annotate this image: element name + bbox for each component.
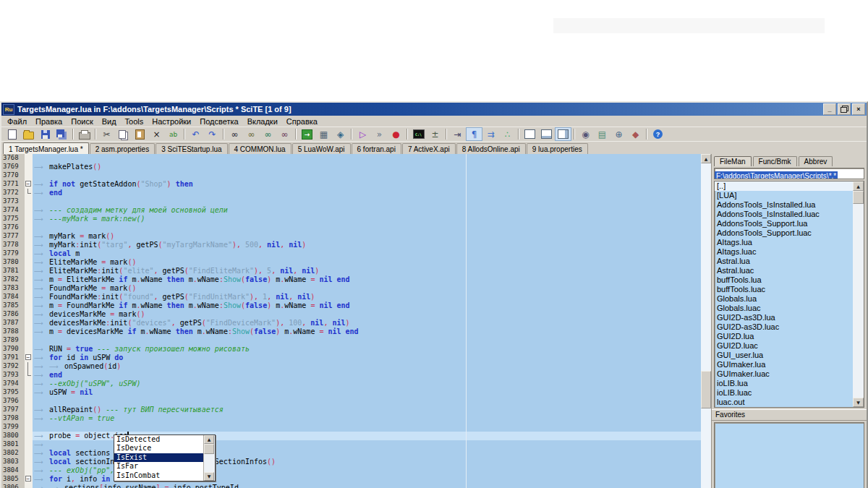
step-button[interactable]: » bbox=[371, 127, 388, 141]
pane-split-button[interactable] bbox=[555, 127, 571, 141]
line-number[interactable]: 3773 bbox=[1, 197, 25, 206]
code-line[interactable]: 3768 bbox=[1, 154, 701, 163]
code-line[interactable]: 3782⟶m = EliteMarkMe if m.wName then m.w… bbox=[1, 275, 701, 284]
code-line[interactable]: 3805⟶for i, info in bbox=[1, 475, 701, 484]
file-item[interactable]: GUI2D.luac bbox=[715, 341, 853, 351]
code-line[interactable]: 3769⟶makePlates() bbox=[1, 163, 701, 171]
line-number[interactable]: 3790 bbox=[1, 345, 25, 354]
autocomplete-item[interactable]: IsDevice bbox=[114, 444, 203, 453]
code-line[interactable]: 3777⟶myMark = mark() bbox=[1, 232, 701, 241]
code-line[interactable]: 3770 bbox=[1, 171, 701, 180]
line-number[interactable]: 3774 bbox=[1, 206, 25, 215]
file-item[interactable]: ioLIB.lua bbox=[715, 379, 853, 388]
panel-tab-abbrev[interactable]: Abbrev bbox=[799, 156, 833, 166]
code-line[interactable]: 3771⟶if not getStateAddon("Shop") then bbox=[1, 180, 701, 189]
code-line[interactable]: 3794⟶--exObj("uSPW", uSPW) bbox=[1, 380, 701, 388]
line-number[interactable]: 3799 bbox=[1, 423, 25, 432]
line-number[interactable]: 3789 bbox=[1, 336, 25, 345]
close-button[interactable]: × bbox=[852, 103, 865, 115]
show-eol-button[interactable]: ¶ bbox=[466, 127, 482, 141]
file-item[interactable]: GUImaker.lua bbox=[715, 360, 853, 369]
code-line[interactable]: 3778⟶myMark:init("targ", getPS("myTargMa… bbox=[1, 241, 701, 249]
code-line[interactable]: 3779⟶local m bbox=[1, 249, 701, 258]
line-number[interactable]: 3798 bbox=[1, 414, 25, 423]
scroll-up-button[interactable]: ▲ bbox=[701, 154, 711, 163]
menu-tools[interactable]: Tools bbox=[121, 117, 148, 126]
code-line[interactable]: 3793⟶end bbox=[1, 371, 701, 380]
line-number[interactable]: 3770 bbox=[1, 171, 25, 180]
line-number[interactable]: 3805 bbox=[1, 475, 25, 484]
code-line[interactable]: 3792⟶⟶onSpawned(id) bbox=[1, 362, 701, 371]
show-whitespace-button[interactable]: ∴ bbox=[499, 127, 516, 141]
file-item[interactable]: GUI2D-as3D.lua bbox=[715, 313, 853, 322]
menu-подсветка[interactable]: Подсветка bbox=[195, 117, 242, 126]
build-button[interactable]: ◈ bbox=[332, 127, 349, 141]
filelist-scrollbar[interactable]: ▲ ▼ bbox=[853, 181, 864, 407]
line-number[interactable]: 3802 bbox=[1, 449, 25, 458]
line-number[interactable]: 3771 bbox=[1, 180, 25, 189]
line-number[interactable]: 3777 bbox=[1, 232, 25, 241]
line-number[interactable]: 3776 bbox=[1, 223, 25, 232]
code-line[interactable]: 3783⟶FoundMarkMe = mark() bbox=[1, 284, 701, 293]
file-item[interactable]: luac.out bbox=[715, 398, 853, 407]
file-item[interactable]: AddonsTools_IsInstalled.luac bbox=[715, 210, 853, 219]
line-number[interactable]: 3788 bbox=[1, 328, 25, 336]
line-number[interactable]: 3806 bbox=[1, 484, 25, 488]
file-item[interactable]: Globals.lua bbox=[715, 294, 853, 304]
file-item[interactable]: [..] bbox=[715, 181, 853, 191]
tool-search-doc-button[interactable]: ⊕ bbox=[610, 127, 627, 141]
line-number[interactable]: 3804 bbox=[1, 466, 25, 475]
session-grid-button[interactable]: ▦ bbox=[315, 127, 332, 141]
code-line[interactable]: 3790⟶RUN = true --- запуск произошел мож… bbox=[1, 345, 701, 354]
file-item[interactable]: Astral.lua bbox=[715, 257, 853, 266]
pane-editor-button[interactable] bbox=[522, 127, 538, 141]
editor-vertical-scrollbar[interactable]: ▲ bbox=[701, 154, 711, 488]
line-number[interactable]: 3794 bbox=[1, 380, 25, 388]
code-line[interactable]: 3791⟶for id in uSPW do bbox=[1, 354, 701, 362]
code-line[interactable]: 3788⟶m = devicesMarkMe if m.wName then m… bbox=[1, 328, 701, 336]
find-next-button[interactable]: ∞ bbox=[243, 127, 260, 141]
autocomplete-item[interactable]: IsFar bbox=[114, 462, 203, 471]
doc-tab[interactable]: 1 TargetsManager.lua * bbox=[3, 142, 89, 154]
code-line[interactable]: 3789 bbox=[1, 336, 701, 345]
panel-tab-funcbmk[interactable]: Func/Bmk bbox=[753, 156, 797, 166]
filelist-scroll-up-button[interactable]: ▲ bbox=[853, 181, 864, 191]
console-button[interactable]: C:\ bbox=[410, 127, 427, 141]
code-line[interactable]: 3796 bbox=[1, 397, 701, 406]
line-number[interactable]: 3797 bbox=[1, 406, 25, 414]
line-number[interactable]: 3796 bbox=[1, 397, 25, 406]
file-item[interactable]: Astral.luac bbox=[715, 266, 853, 275]
doc-tab[interactable]: 4 COMMON.lua bbox=[229, 143, 292, 154]
save-file-button[interactable] bbox=[37, 127, 54, 141]
line-number[interactable]: 3795 bbox=[1, 388, 25, 397]
file-item[interactable]: GUI2D.lua bbox=[715, 332, 853, 341]
print-button[interactable] bbox=[76, 127, 93, 141]
doc-tab[interactable]: 7 ActiveX.api bbox=[402, 143, 456, 154]
doc-tab[interactable]: 2 asm.properties bbox=[90, 143, 155, 154]
code-line[interactable]: 3803⟶local sectionIn .SectionInfos() bbox=[1, 458, 701, 466]
menu-настройки[interactable]: Настройки bbox=[148, 117, 195, 126]
tree-collapse-button[interactable]: ± bbox=[427, 127, 443, 141]
menu-файл[interactable]: Файл bbox=[3, 117, 31, 126]
tool-props-button[interactable]: ◆ bbox=[627, 127, 644, 141]
abbrev-expand-button[interactable]: ab bbox=[165, 127, 182, 141]
code-line[interactable]: 3800⟶probe = object.ise bbox=[1, 432, 701, 440]
doc-tab[interactable]: 5 LuaWoW.api bbox=[292, 143, 351, 154]
restore-button[interactable] bbox=[838, 103, 851, 115]
line-number[interactable]: 3787 bbox=[1, 319, 25, 328]
line-number[interactable]: 3772 bbox=[1, 189, 25, 197]
line-number[interactable]: 3780 bbox=[1, 258, 25, 267]
code-line[interactable]: 3806⟶⟶sections[info.sysName] = info.post… bbox=[1, 484, 701, 488]
code-line[interactable]: 3787⟶devicesMarkMe:init("devices", getPS… bbox=[1, 319, 701, 328]
line-number[interactable]: 3792 bbox=[1, 362, 25, 371]
path-input[interactable]: F:\addons\TargetsManager\Scripts\*.* bbox=[714, 168, 864, 179]
autocomplete-scroll-thumb[interactable] bbox=[204, 444, 214, 454]
doc-tab[interactable]: 8 AllodsOnline.api bbox=[456, 143, 526, 154]
code-line[interactable]: 3797⟶allRepaint() --- тут ВИП пересчитыв… bbox=[1, 406, 701, 414]
help-button[interactable]: ? bbox=[650, 127, 666, 141]
menu-вкладки[interactable]: Вкладки bbox=[243, 117, 282, 126]
copy-button[interactable] bbox=[115, 127, 132, 141]
code-line[interactable]: 3801⟶ bbox=[1, 440, 701, 449]
line-number[interactable]: 3779 bbox=[1, 249, 25, 258]
line-number[interactable]: 3778 bbox=[1, 241, 25, 249]
